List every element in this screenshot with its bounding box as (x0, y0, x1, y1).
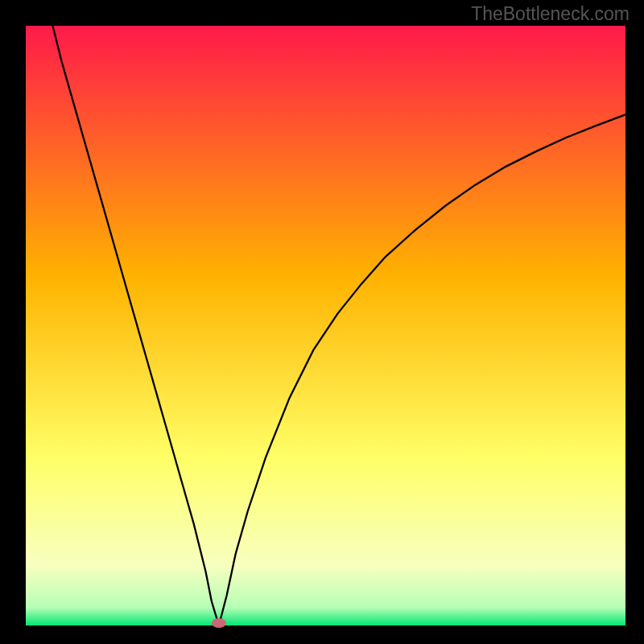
minimum-marker (212, 618, 226, 628)
chart-container: TheBottleneck.com (0, 0, 644, 644)
watermark-text: TheBottleneck.com (471, 3, 630, 25)
plot-background (26, 26, 625, 625)
chart-svg (0, 0, 644, 644)
